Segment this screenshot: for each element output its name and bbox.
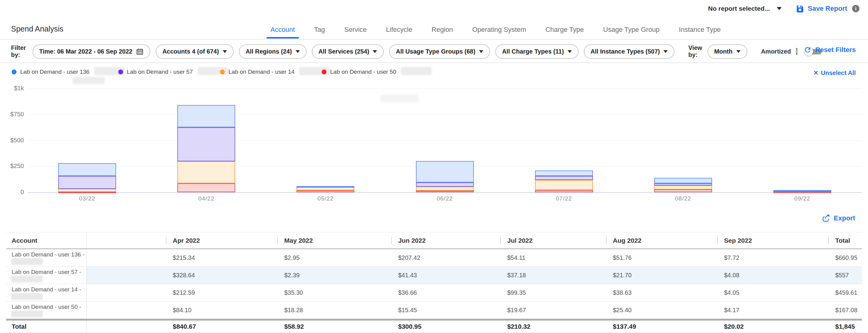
value-cell: $4.05 [717, 284, 829, 301]
bar-segment[interactable] [654, 178, 712, 183]
bar-segment[interactable] [416, 182, 474, 187]
accounts-filter-label: Accounts 4 (of 674) [162, 48, 219, 55]
table-header-row: AccountApr 2022May 2022Jun 2022Jul 2022A… [6, 232, 862, 249]
tab-usage-type-group[interactable]: Usage Type Group [603, 26, 659, 34]
bar-segment[interactable] [535, 176, 593, 180]
accounts-filter[interactable]: Accounts 4 (of 674) [156, 44, 234, 59]
tab-region[interactable]: Region [432, 26, 453, 34]
bar-segment[interactable] [654, 190, 712, 192]
value-cell: $84.10 [166, 301, 278, 319]
bar-segment[interactable] [58, 163, 116, 176]
instance-types-filter[interactable]: All Instance Types (507) [584, 44, 675, 59]
value-cell: $37.18 [500, 267, 606, 284]
bar-segment[interactable] [177, 183, 235, 192]
filter-divider [0, 62, 868, 63]
table-header-cell: May 2022 [278, 232, 392, 248]
time-filter[interactable]: Time: 06 Mar 2022 - 06 Sep 2022 [32, 44, 150, 59]
bar-segment[interactable] [416, 187, 474, 190]
services-filter-label: All Services (254) [318, 48, 369, 55]
export-label: Export [834, 214, 855, 222]
x-icon: ✕ [813, 69, 818, 76]
bar-segment[interactable] [58, 176, 116, 189]
legend-item[interactable]: Lab on Demand - user 57 [118, 69, 227, 75]
value-cell: $328.64 [166, 267, 278, 284]
account-name: Lab on Demand - user 136 - [12, 251, 85, 258]
bar-segment[interactable] [58, 189, 116, 192]
bar-segment[interactable] [297, 186, 354, 187]
unselect-all-label: Unselect All [821, 69, 856, 76]
table-total-row: Total$840.67$58.92$300.95$210.32$137.49$… [6, 319, 862, 333]
refresh-icon [804, 46, 812, 54]
redacted-text [402, 68, 431, 74]
bar-segment[interactable] [773, 190, 831, 191]
value-cell: $4.08 [717, 267, 829, 284]
top-bar: No report selected... Save Report i [708, 4, 860, 13]
y-axis-tick-label: $500 [2, 137, 24, 144]
view-by-dropdown[interactable]: Month [708, 44, 747, 59]
bar-segment[interactable] [177, 105, 235, 127]
x-axis-tick-label: 04/22 [188, 195, 225, 202]
tab-account[interactable]: Account [271, 26, 295, 34]
bar-segment[interactable] [654, 186, 712, 190]
total-value-cell: $840.67 [166, 321, 278, 333]
value-cell: $36.66 [392, 284, 500, 301]
bar-segment[interactable] [58, 192, 116, 193]
bar-segment[interactable] [535, 190, 593, 192]
x-axis-tick-label: 07/22 [546, 195, 582, 202]
empty-cell [87, 249, 166, 266]
total-value-cell: $137.49 [606, 321, 717, 333]
export-button[interactable]: Export [822, 214, 855, 222]
bar-segment[interactable] [416, 161, 474, 182]
table-header-cell: Jul 2022 [500, 232, 606, 248]
legend-item[interactable]: Lab on Demand - user 14 [220, 69, 329, 75]
y-axis-tick-label: $750 [2, 111, 24, 118]
value-cell: $21.70 [606, 267, 717, 284]
redacted-text [12, 276, 42, 282]
reset-filters-button[interactable]: Reset Filters [804, 46, 856, 54]
bar-segment[interactable] [177, 127, 235, 161]
tab-operating-system[interactable]: Operating System [472, 26, 526, 34]
x-axis-tick-label: 09/22 [784, 195, 820, 202]
legend-label: Lab on Demand - user 136 [20, 69, 89, 75]
table-row: Lab on Demand - user 136 -$215.34$2.95$2… [6, 249, 862, 267]
chevron-down-icon [663, 50, 668, 53]
services-filter[interactable]: All Services (254) [312, 44, 384, 59]
charge-types-filter[interactable]: All Charge Types (11) [495, 44, 579, 59]
gridline [28, 192, 862, 193]
tab-instance-type[interactable]: Instance Type [679, 26, 721, 34]
legend-item[interactable]: Lab on Demand - user 136 [12, 69, 124, 75]
regions-filter[interactable]: All Regions (24) [239, 44, 307, 59]
bar-segment[interactable] [297, 190, 354, 192]
value-cell: $15.45 [392, 301, 500, 319]
x-axis-tick-label: 05/22 [307, 195, 344, 202]
value-cell: $99.35 [500, 284, 606, 301]
save-report-button[interactable]: Save Report [796, 4, 847, 13]
bar-segment[interactable] [416, 191, 474, 192]
bar-segment[interactable] [177, 161, 235, 183]
value-cell: $38.63 [606, 284, 717, 301]
tab-tag[interactable]: Tag [314, 26, 325, 34]
table-header-cell [87, 232, 166, 248]
bar-segment[interactable] [535, 170, 593, 176]
spend-table: AccountApr 2022May 2022Jun 2022Jul 2022A… [6, 232, 862, 333]
bar-segment[interactable] [535, 180, 593, 190]
value-cell: $557 [829, 267, 862, 284]
report-selector-dropdown[interactable]: No report selected... [708, 5, 782, 12]
value-cell: $35.30 [278, 284, 392, 301]
tab-charge-type[interactable]: Charge Type [546, 26, 584, 34]
info-icon[interactable]: i [852, 5, 860, 12]
usage-type-groups-filter[interactable]: All Usage Type Groups (68) [389, 44, 490, 59]
table-header-cell: Apr 2022 [166, 232, 278, 248]
value-cell: $51.76 [606, 249, 717, 266]
table-header-cell: Aug 2022 [606, 232, 717, 248]
info-icon[interactable]: i [796, 48, 797, 55]
tab-lifecycle[interactable]: Lifecycle [386, 26, 412, 34]
legend-item[interactable]: Lab on Demand - user 50 [321, 69, 431, 75]
gridline [28, 89, 862, 89]
value-cell: $212.59 [166, 284, 278, 301]
value-cell: $2.95 [278, 249, 392, 266]
tab-service[interactable]: Service [344, 26, 367, 34]
redacted-text [12, 294, 42, 299]
unselect-all-button[interactable]: ✕ Unselect All [813, 69, 856, 76]
bar-segment[interactable] [654, 183, 712, 186]
